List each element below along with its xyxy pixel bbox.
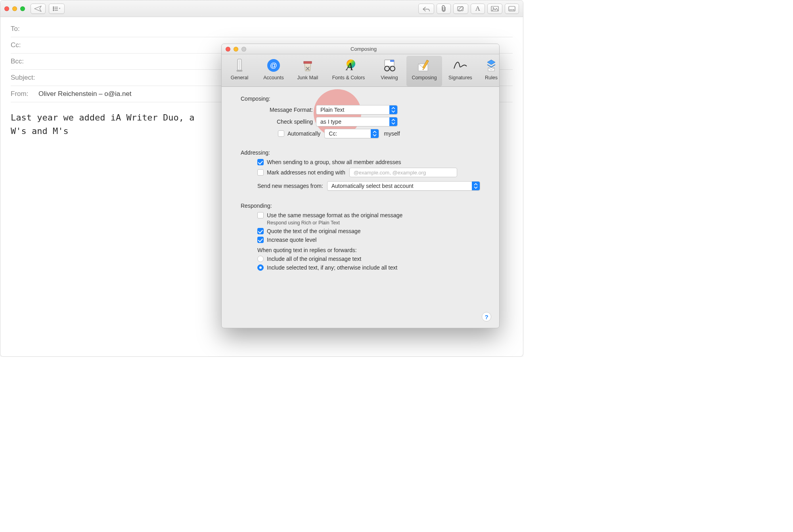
mark-addresses-field[interactable]: @example.com, @example.org [349,168,457,177]
general-icon [232,57,247,73]
increase-quote-checkbox[interactable] [257,237,264,243]
rules-icon [483,57,499,73]
tab-composing[interactable]: Composing [406,56,442,86]
quoting-header: When quoting text in replies or forwards… [257,247,357,253]
include-selected-label: Include selected text, if any; otherwise… [267,264,397,271]
composing-icon [416,57,432,73]
preferences-tabs: General @ Accounts Junk Mail [222,54,499,87]
junk-icon [300,57,316,73]
include-all-label: Include all of the original message text [267,256,361,262]
svg-rect-10 [510,10,511,10]
tab-label: Composing [412,75,437,80]
send-button[interactable] [31,4,46,14]
cc-bcc-value: Cc: [329,130,337,137]
tab-junk[interactable]: Junk Mail [291,56,325,86]
increase-quote-label: Increase quote level [267,237,316,243]
chevron-updown-icon [389,105,397,114]
svg-point-26 [390,66,395,71]
signatures-icon [452,57,468,73]
myself-label: myself [384,130,400,137]
fonts-colors-icon: A [341,57,356,73]
svg-rect-9 [509,6,515,11]
minimize-icon[interactable] [12,6,17,11]
mark-addresses-label: Mark addresses not ending with [267,169,345,176]
tab-label: Fonts & Colors [332,75,365,80]
svg-text:A: A [345,60,353,73]
tab-fonts-colors[interactable]: A Fonts & Colors [325,56,372,86]
include-all-radio[interactable] [257,256,264,262]
svg-rect-14 [237,70,242,71]
tab-rules[interactable]: Rules [479,56,500,86]
header-options-button[interactable] [49,4,65,14]
tab-label: Rules [485,75,498,80]
from-value: Oliver Reichenstein – o@ia.net [38,90,132,98]
tab-label: Signatures [448,75,472,80]
help-button[interactable]: ? [482,312,491,321]
to-label: To: [11,25,42,33]
quote-original-label: Quote the text of the original message [267,228,361,234]
tab-signatures[interactable]: Signatures [442,56,479,86]
group-addresses-checkbox[interactable] [257,159,264,165]
tab-label: Viewing [381,75,398,80]
svg-point-0 [53,7,54,8]
markup-button[interactable] [453,4,468,14]
svg-rect-11 [511,10,513,10]
compose-titlebar: A [0,0,523,17]
svg-rect-12 [513,10,514,10]
send-from-select[interactable]: Automatically select best account [327,181,480,191]
svg-point-25 [385,66,389,71]
to-field-row[interactable]: To: [11,21,513,37]
mark-addresses-checkbox[interactable] [257,169,264,176]
same-format-sublabel: Respond using Rich or Plain Text [267,220,489,226]
cc-bcc-select[interactable]: Cc: [324,129,379,138]
message-format-label: Message Format: [257,107,313,113]
chevron-updown-icon [371,129,379,138]
reply-button[interactable] [418,4,434,14]
preferences-titlebar: Composing [222,44,499,54]
check-spelling-select[interactable]: as I type [316,117,398,126]
svg-point-4 [53,10,54,11]
preferences-body: Composing: Message Format: Plain Text Ch… [222,87,499,328]
tab-label: General [231,75,248,80]
zoom-icon[interactable] [20,6,25,11]
same-format-label: Use the same message format as the origi… [267,212,402,218]
tab-general[interactable]: General [222,56,257,86]
photo-browser-button[interactable] [487,4,502,14]
send-from-label: Send new messages from: [257,183,323,189]
attach-button[interactable] [437,4,451,14]
check-spelling-label: Check spelling [257,119,313,125]
window-traffic-lights [4,6,25,11]
svg-rect-6 [458,7,463,11]
automatically-checkbox[interactable] [278,130,284,137]
preferences-window: Composing General @ Accounts Junk Mail [221,44,500,328]
svg-text:@: @ [270,61,277,69]
cc-label: Cc: [11,41,42,49]
preferences-title: Composing [232,46,495,52]
quote-original-checkbox[interactable] [257,228,264,234]
bcc-label: Bcc: [11,57,42,65]
tab-accounts[interactable]: @ Accounts [257,56,291,86]
section-composing: Composing: [241,96,489,102]
svg-point-8 [493,7,494,8]
emoji-button[interactable] [505,4,519,14]
chevron-updown-icon [472,182,480,190]
close-icon[interactable] [4,6,9,11]
include-selected-radio[interactable] [257,264,264,271]
same-format-checkbox[interactable] [257,212,264,218]
section-responding: Responding: [241,203,489,209]
chevron-updown-icon [389,117,397,126]
message-format-value: Plain Text [320,107,344,113]
accounts-icon: @ [266,57,282,73]
section-addressing: Addressing: [241,149,489,156]
mark-addresses-placeholder: @example.com, @example.org [354,170,426,176]
group-addresses-label: When sending to a group, show all member… [267,159,401,165]
format-button[interactable]: A [471,4,485,14]
check-spelling-value: as I type [320,119,341,125]
subject-label: Subject: [11,74,42,82]
tab-label: Junk Mail [297,75,318,80]
automatically-label: Automatically [287,130,320,137]
close-icon[interactable] [226,47,230,52]
tab-viewing[interactable]: Viewing [372,56,406,86]
message-format-select[interactable]: Plain Text [316,105,398,115]
svg-rect-24 [390,60,394,62]
